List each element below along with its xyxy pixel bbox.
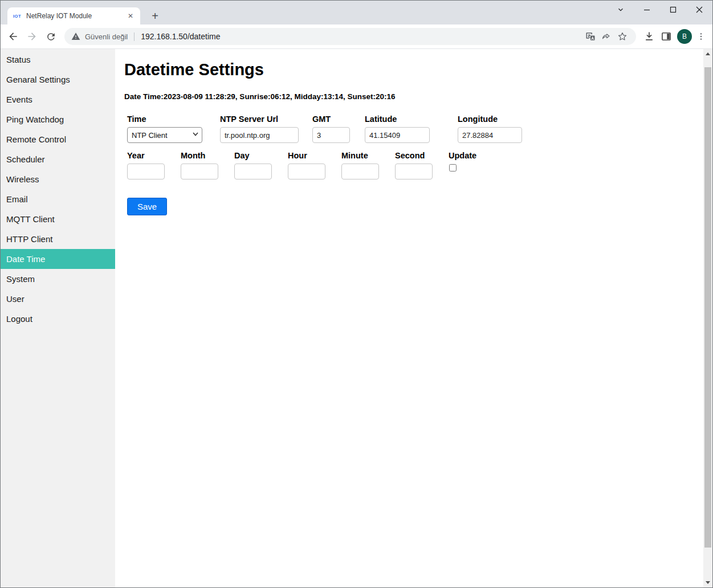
sidebar-item-label: Wireless (6, 174, 39, 184)
gmt-input[interactable] (312, 127, 350, 143)
longitude-label: Longitude (458, 115, 522, 124)
time-label: Time (127, 115, 202, 124)
sidebar-item-label: Email (6, 194, 28, 204)
dt-field-label: Minute (341, 151, 379, 160)
gmt-field: GMT (312, 115, 350, 143)
sidebar-item-label: HTTP Client (6, 234, 52, 244)
minute-input[interactable] (341, 164, 379, 179)
iot-favicon-icon: IOT (12, 11, 22, 21)
dt-field-label: Year (127, 151, 165, 160)
browser-window: IOT NetRelay IOT Module ✕ + (0, 0, 713, 588)
maximize-button[interactable] (660, 1, 686, 18)
update-label: Update (449, 151, 476, 160)
translate-icon[interactable] (582, 28, 598, 44)
menu-kebab-icon[interactable] (694, 28, 708, 45)
window-controls (608, 1, 712, 18)
dt-field-label: Month (181, 151, 218, 160)
dt-field-label: Second (395, 151, 433, 160)
omnibox-separator (134, 32, 135, 41)
sidebar-item-email[interactable]: Email (1, 189, 115, 209)
sidebar-item-date-time[interactable]: Date Time (1, 249, 115, 269)
security-label[interactable]: Güvenli değil (85, 32, 128, 41)
sidebar-item-ping-watchdog[interactable]: Ping Watchdog (1, 109, 115, 129)
hour-input[interactable] (288, 164, 325, 179)
form-row-datetime: Year Month Day Hour Minute Second Update (127, 151, 690, 179)
ntp-server-input[interactable] (220, 127, 299, 143)
sidebar-item-logout[interactable]: Logout (1, 309, 115, 329)
sidebar-item-label: Remote Control (6, 134, 66, 144)
sidebar-item-genaral-settings[interactable]: Genaral Settings (1, 70, 115, 89)
sidebar-item-label: Genaral Settings (6, 75, 70, 84)
dt-field-label: Day (234, 151, 272, 160)
gmt-label: GMT (312, 115, 350, 124)
save-button[interactable]: Save (127, 198, 167, 215)
sidebar-item-mqtt-client[interactable]: MQTT Client (1, 209, 115, 229)
sidebar-item-label: User (6, 294, 25, 304)
close-window-button[interactable] (686, 1, 712, 18)
profile-avatar[interactable]: B (675, 28, 694, 45)
hour-field: Hour (288, 151, 325, 179)
dt-field-label: Hour (288, 151, 325, 160)
minimize-button[interactable] (634, 1, 660, 18)
browser-tab[interactable]: IOT NetRelay IOT Module ✕ (7, 7, 140, 24)
chevron-down-icon[interactable] (608, 1, 634, 18)
new-tab-button[interactable]: + (147, 8, 163, 24)
tab-strip: IOT NetRelay IOT Module ✕ + (1, 1, 712, 24)
avatar-initial: B (677, 29, 692, 44)
url-text[interactable]: 192.168.1.50/datetime (141, 32, 220, 41)
tab-title: NetRelay IOT Module (26, 12, 125, 20)
datetime-fields: Year Month Day Hour Minute Second (127, 151, 449, 179)
sidebar-item-status[interactable]: Status (1, 50, 115, 70)
month-field: Month (181, 151, 218, 179)
address-bar[interactable]: Güvenli değil 192.168.1.50/datetime (64, 28, 636, 45)
bookmark-star-icon[interactable] (614, 28, 630, 44)
forward-icon[interactable] (24, 28, 40, 44)
scroll-down-icon[interactable] (703, 578, 712, 587)
sidebar-item-events[interactable]: Events (1, 89, 115, 109)
sidebar-item-wireless[interactable]: Wireless (1, 169, 115, 189)
form-row-primary: Time NTP Client NTP Server Url (127, 115, 690, 143)
sidebar-item-label: Scheduler (6, 154, 45, 164)
page-title: Datetime Settings (124, 60, 690, 79)
second-field: Second (395, 151, 433, 179)
sidebar-item-remote-control[interactable]: Remote Control (1, 129, 115, 149)
sidebar-item-system[interactable]: System (1, 269, 115, 289)
day-field: Day (234, 151, 272, 179)
tab-close-icon[interactable]: ✕ (125, 11, 136, 21)
longitude-input[interactable] (458, 127, 522, 143)
month-input[interactable] (181, 164, 218, 179)
year-input[interactable] (127, 164, 165, 179)
longitude-field: Longitude (458, 115, 522, 143)
scrollbar-thumb[interactable] (704, 67, 711, 548)
download-icon[interactable] (641, 28, 658, 45)
datetime-form: Time NTP Client NTP Server Url (127, 115, 690, 215)
back-icon[interactable] (5, 28, 21, 44)
sidebar-item-label: MQTT Client (6, 214, 55, 224)
time-mode-select[interactable]: NTP Client (127, 127, 202, 143)
second-input[interactable] (395, 164, 433, 179)
year-field: Year (127, 151, 165, 179)
update-field: Update (449, 151, 476, 174)
sidebar: Status Genaral Settings Events Ping Watc… (1, 49, 115, 587)
share-icon[interactable] (598, 28, 614, 44)
day-input[interactable] (234, 164, 272, 179)
ntp-server-field: NTP Server Url (220, 115, 299, 143)
minute-field: Minute (341, 151, 379, 179)
scroll-up-icon[interactable] (703, 49, 712, 59)
latitude-label: Latitude (365, 115, 430, 124)
latitude-input[interactable] (365, 127, 430, 143)
side-panel-icon[interactable] (658, 28, 675, 45)
sidebar-item-user[interactable]: User (1, 289, 115, 309)
vertical-scrollbar[interactable] (703, 49, 712, 587)
sidebar-item-scheduler[interactable]: Scheduler (1, 149, 115, 169)
sidebar-item-label: System (6, 274, 35, 284)
reload-icon[interactable] (43, 28, 59, 44)
sidebar-item-label: Events (6, 95, 32, 104)
sidebar-item-http-client[interactable]: HTTP Client (1, 229, 115, 249)
not-secure-warning-icon (71, 32, 80, 41)
latitude-field: Latitude (365, 115, 430, 143)
page-content: Status Genaral Settings Events Ping Watc… (1, 49, 712, 587)
update-checkbox[interactable] (449, 164, 457, 172)
sidebar-item-label: Logout (6, 314, 32, 324)
browser-toolbar: Güvenli değil 192.168.1.50/datetime B (1, 24, 712, 49)
